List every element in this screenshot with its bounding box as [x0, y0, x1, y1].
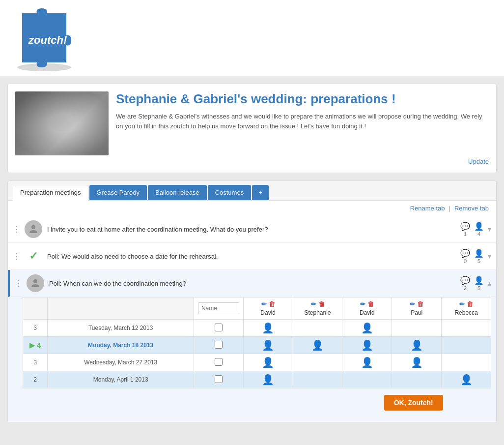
name-input[interactable]	[198, 302, 239, 314]
vote-count: 3	[33, 325, 37, 331]
main-content: Stephanie & Gabriel's wedding: preparati…	[0, 76, 504, 430]
page-header: zoutch!	[0, 0, 504, 76]
vote-cell: 👤	[243, 371, 293, 388]
ok-button[interactable]: OK, Zoutch!	[384, 395, 443, 411]
col-david1-header: ✏ 🗑 David	[243, 297, 293, 320]
wedding-description: We are Stephanie & Gabriel's witnesses a…	[116, 112, 489, 131]
delete-icon[interactable]: 🗑	[269, 300, 275, 308]
tabs-container: Preparation meetings Grease Parody Ballo…	[7, 180, 497, 422]
checkbox-cell[interactable]	[194, 320, 243, 337]
col-date-header	[48, 297, 194, 320]
date-cell: Monday, March 18 2013	[48, 337, 194, 354]
drag-handle[interactable]: ⋮	[13, 225, 21, 234]
tab-balloon-release[interactable]: Balloon release	[148, 185, 207, 200]
user-icons: ✏ 🗑	[396, 300, 437, 308]
col-name-header	[194, 297, 243, 320]
delete-icon[interactable]: 🗑	[318, 300, 325, 308]
drag-handle[interactable]: ⋮	[15, 279, 23, 288]
tab-add[interactable]: +	[252, 185, 269, 200]
vote-checkbox[interactable]	[215, 341, 223, 349]
person-icon: 👤	[474, 249, 484, 258]
voted-person-icon: 👤	[361, 357, 373, 368]
tab-costumes[interactable]: Costumes	[208, 185, 252, 200]
vote-cell: 👤	[442, 371, 491, 388]
remove-tab-link[interactable]: Remove tab	[454, 205, 489, 212]
arrow-cell: 3	[23, 354, 48, 371]
poll-table-row: ▶ 4Monday, March 18 2013👤👤👤👤	[23, 337, 491, 354]
comment-count: 💬 0	[460, 249, 470, 264]
avatar	[27, 274, 44, 292]
vote-cell: 👤	[342, 320, 392, 337]
tab-grease-parody[interactable]: Grease Parody	[89, 185, 147, 200]
user-icons: ✏ 🗑	[346, 300, 388, 308]
vote-cell	[392, 320, 442, 337]
expand-chevron[interactable]: ▾	[488, 225, 491, 233]
rename-tab-link[interactable]: Rename tab	[410, 205, 445, 212]
questions-list: ⋮ I invite you to eat at home after the …	[8, 216, 496, 422]
svg-text:zoutch!: zoutch!	[28, 34, 67, 46]
question-meta: 💬 1 👤 4	[460, 222, 484, 237]
comment-icon: 💬	[460, 249, 470, 258]
edit-icon[interactable]: ✏	[360, 300, 365, 308]
delete-icon[interactable]: 🗑	[417, 300, 423, 308]
poll-table-container: ✏ 🗑 David ✏ 🗑 Stephanie	[8, 297, 496, 422]
poll-table-row: 3Wednesday, March 27 2013👤👤👤	[23, 354, 491, 371]
drag-handle[interactable]: ⋮	[13, 252, 21, 261]
vote-cell: 👤	[243, 354, 293, 371]
question-text: Poll: We would also need to choose a dat…	[47, 253, 460, 260]
vote-cell: 👤	[342, 337, 392, 354]
vote-checkbox[interactable]	[215, 324, 223, 331]
tab-preparation-meetings[interactable]: Preparation meetings	[13, 185, 88, 201]
vote-cell: 👤	[342, 354, 392, 371]
vote-cell	[442, 320, 491, 337]
expand-chevron[interactable]: ▾	[488, 252, 491, 260]
person-count: 👤 5	[474, 276, 484, 291]
voted-person-icon: 👤	[262, 374, 274, 385]
user-name: David	[248, 309, 289, 316]
user-name: Paul	[396, 309, 437, 316]
expand-chevron[interactable]: ▴	[488, 279, 491, 287]
user-icons: ✏ 🗑	[248, 300, 289, 308]
poll-table-row: 3Tuesday, March 12 2013👤👤	[23, 320, 491, 337]
vote-checkbox[interactable]	[215, 358, 223, 366]
col-paul-header: ✏ 🗑 Paul	[392, 297, 442, 320]
poll-table-row: 2Monday, April 1 2013👤👤	[23, 371, 491, 388]
svg-point-3	[33, 279, 37, 283]
person-count: 👤 5	[474, 249, 484, 264]
vote-count: 2	[33, 376, 37, 383]
delete-icon[interactable]: 🗑	[467, 300, 473, 308]
vote-cell	[342, 371, 392, 388]
wedding-photo	[15, 91, 109, 155]
delete-icon[interactable]: 🗑	[367, 300, 374, 308]
vote-cell	[293, 320, 342, 337]
voted-person-icon: 👤	[361, 323, 373, 333]
checkbox-cell[interactable]	[194, 337, 243, 354]
user-name: Rebecca	[446, 309, 487, 316]
user-icons: ✏ 🗑	[446, 300, 487, 308]
vote-cell: 👤	[392, 337, 442, 354]
wedding-header: Stephanie & Gabriel's wedding: preparati…	[15, 91, 489, 155]
edit-icon[interactable]: ✏	[261, 300, 267, 308]
checkbox-cell[interactable]	[194, 371, 243, 388]
checkbox-cell[interactable]	[194, 354, 243, 371]
user-icons: ✏ 🗑	[297, 300, 338, 308]
vote-cell: 👤	[392, 354, 442, 371]
logo-icon: zoutch!	[10, 3, 79, 72]
update-link[interactable]: Update	[15, 158, 489, 165]
comment-icon: 💬	[460, 276, 470, 285]
wedding-title: Stephanie & Gabriel's wedding: preparati…	[116, 91, 489, 107]
comment-icon: 💬	[460, 222, 470, 231]
comment-count: 💬 1	[460, 222, 470, 237]
wedding-info: Stephanie & Gabriel's wedding: preparati…	[116, 91, 489, 131]
col-david2-header: ✏ 🗑 David	[342, 297, 392, 320]
date-cell: Monday, April 1 2013	[48, 371, 194, 388]
edit-icon[interactable]: ✏	[410, 300, 415, 308]
date-cell: Wednesday, March 27 2013	[48, 354, 194, 371]
poll-table: ✏ 🗑 David ✏ 🗑 Stephanie	[23, 297, 491, 388]
question-row: ⋮ I invite you to eat at home after the …	[8, 216, 496, 243]
edit-icon[interactable]: ✏	[459, 300, 465, 308]
answer-check: ✓	[25, 247, 42, 265]
vote-cell: 👤	[243, 337, 293, 354]
edit-icon[interactable]: ✏	[311, 300, 316, 308]
vote-checkbox[interactable]	[215, 375, 223, 383]
